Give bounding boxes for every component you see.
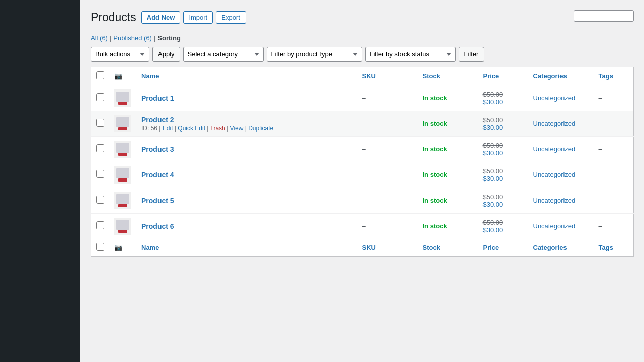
tfoot-checkbox (91, 239, 110, 257)
stock-status: In stock (423, 171, 447, 178)
bulk-actions-select[interactable]: Bulk actions Delete Move to Trash (91, 47, 149, 62)
table-row: Product 3 ID: 57 | Edit | Quick Edit | T… (91, 136, 634, 162)
row-image-cell (109, 111, 136, 136)
th-categories-label: Categories (533, 72, 567, 80)
page-header: Products Add New Import Export (91, 10, 246, 25)
row-checkbox-6[interactable] (96, 221, 104, 229)
tfoot-name[interactable]: Name (136, 239, 357, 257)
edit-link[interactable]: Edit (163, 125, 173, 132)
product-thumbnail (114, 166, 131, 184)
row-name-cell: Product 6 ID: 60 | Edit | Quick Edit | T… (136, 213, 357, 239)
price-original: $50.00 (483, 219, 523, 226)
th-name[interactable]: Name (136, 67, 357, 85)
product-thumbnail (114, 115, 131, 132)
subnav-all[interactable]: All (6) (91, 34, 108, 42)
row-name-cell: Product 3 ID: 57 | Edit | Quick Edit | T… (136, 136, 357, 162)
product-name-link-1[interactable]: Product 1 (141, 94, 174, 102)
select-all-footer-checkbox[interactable] (96, 243, 104, 251)
apply-button[interactable]: Apply (152, 47, 180, 62)
subav-sep-1: | (110, 34, 111, 42)
th-stock-label: Stock (423, 72, 440, 80)
price-sale: $30.00 (483, 175, 523, 183)
row-checkbox-3[interactable] (96, 144, 104, 152)
product-name-link-3[interactable]: Product 3 (141, 145, 174, 153)
th-sku-label: SKU (362, 72, 376, 80)
category-link[interactable]: Uncategorized (533, 145, 576, 153)
tfoot-tags-label: Tags (599, 244, 613, 251)
th-tags-label: Tags (599, 72, 613, 80)
stock-status: In stock (423, 120, 447, 127)
export-button[interactable]: Export (216, 11, 246, 24)
stock-status: In stock (423, 222, 447, 230)
table-row: Product 5 ID: 59 | Edit | Quick Edit | T… (91, 188, 634, 213)
product-name-link-4[interactable]: Product 4 (141, 171, 174, 179)
price-sale: $30.00 (483, 149, 523, 157)
category-link[interactable]: Uncategorized (533, 222, 576, 230)
view-link[interactable]: View (230, 125, 244, 132)
row-tags-cell: – (594, 85, 634, 111)
tfoot-sku[interactable]: SKU (357, 239, 418, 257)
price-original: $50.00 (483, 116, 523, 124)
price-sale: $30.00 (483, 124, 523, 131)
price-original: $50.00 (483, 142, 523, 149)
row-checkbox-1[interactable] (96, 93, 104, 101)
row-tags-cell: – (594, 136, 634, 162)
subnav-published[interactable]: Published (6) (113, 34, 152, 42)
tfoot-price[interactable]: Price (478, 239, 528, 257)
product-name-link-2[interactable]: Product 2 (141, 116, 174, 124)
table-row: Product 1 ID: 55 | Edit | Quick Edit | T… (91, 85, 634, 111)
th-price-label: Price (483, 72, 499, 80)
product-thumbnail (114, 218, 131, 235)
product-thumbnail (114, 89, 131, 107)
th-sku[interactable]: SKU (357, 67, 418, 85)
row-categories-cell: Uncategorized (528, 213, 594, 239)
tfoot-stock[interactable]: Stock (418, 239, 478, 257)
row-categories-cell: Uncategorized (528, 136, 594, 162)
price-original: $50.00 (483, 167, 523, 175)
product-name-link-6[interactable]: Product 6 (141, 222, 174, 230)
product-name-link-5[interactable]: Product 5 (141, 197, 174, 205)
row-categories-cell: Uncategorized (528, 188, 594, 213)
th-image: 📷 (109, 67, 136, 85)
row-image-cell (109, 188, 136, 213)
row-name-cell: Product 5 ID: 59 | Edit | Quick Edit | T… (136, 188, 357, 213)
tfoot-sku-label: SKU (362, 244, 376, 251)
category-link[interactable]: Uncategorized (533, 171, 576, 178)
row-image-cell (109, 136, 136, 162)
tfoot-categories[interactable]: Categories (528, 239, 594, 257)
product-search-input[interactable] (574, 10, 634, 22)
image-icon: 📷 (114, 72, 122, 80)
trash-link[interactable]: Trash (210, 125, 225, 132)
quick-edit-link[interactable]: Quick Edit (178, 125, 205, 132)
th-price[interactable]: Price (478, 67, 528, 85)
row-checkbox-4[interactable] (96, 170, 104, 178)
row-checkbox-cell (91, 136, 110, 162)
filter-button[interactable]: Filter (459, 47, 485, 62)
duplicate-link[interactable]: Duplicate (248, 125, 273, 132)
category-link[interactable]: Uncategorized (533, 120, 576, 127)
category-link[interactable]: Uncategorized (533, 197, 576, 204)
row-checkbox-cell (91, 188, 110, 213)
stock-status-filter-select[interactable]: Filter by stock status (365, 47, 456, 62)
price-original: $50.00 (483, 90, 523, 98)
tfoot-tags[interactable]: Tags (594, 239, 634, 257)
add-new-button[interactable]: Add New (141, 11, 181, 24)
toolbar: Bulk actions Delete Move to Trash Apply … (91, 47, 634, 62)
row-tags-cell: – (594, 111, 634, 136)
product-type-filter-select[interactable]: Filter by product type (267, 47, 362, 62)
row-checkbox-2[interactable] (96, 119, 104, 127)
select-all-checkbox[interactable] (96, 71, 104, 79)
row-categories-cell: Uncategorized (528, 162, 594, 188)
category-filter-select[interactable]: Select a category (183, 47, 264, 62)
import-button[interactable]: Import (183, 11, 213, 24)
th-categories[interactable]: Categories (528, 67, 594, 85)
price-sale: $30.00 (483, 226, 523, 234)
table-header-row: 📷 Name SKU Stock Price Catego (91, 67, 634, 85)
th-stock[interactable]: Stock (418, 67, 478, 85)
row-checkbox-5[interactable] (96, 196, 104, 204)
category-link[interactable]: Uncategorized (533, 94, 576, 102)
th-tags[interactable]: Tags (594, 67, 634, 85)
row-price-cell: $50.00 $30.00 (478, 85, 528, 111)
row-checkbox-cell (91, 85, 110, 111)
table-row: Product 6 ID: 60 | Edit | Quick Edit | T… (91, 213, 634, 239)
